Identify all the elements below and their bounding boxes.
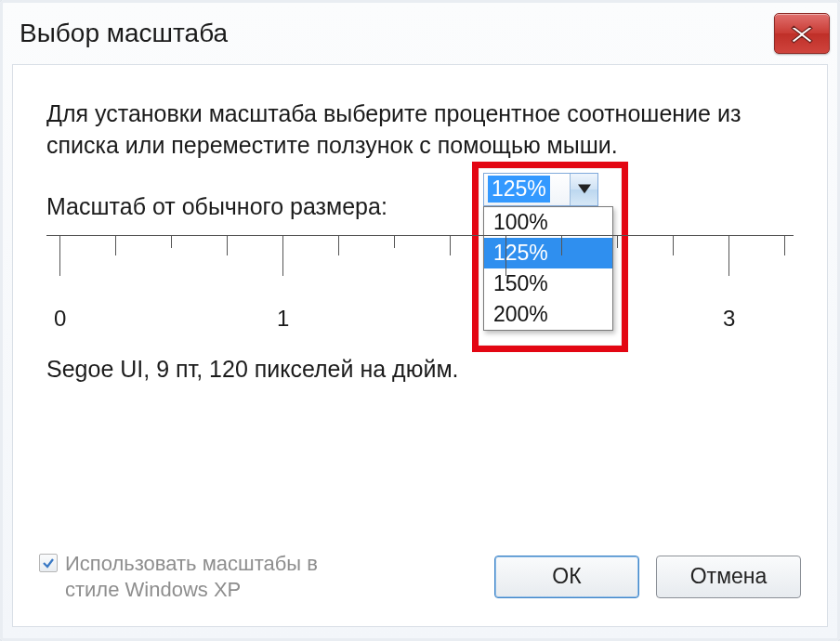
ruler-tick-minor <box>115 235 116 255</box>
cancel-button[interactable]: Отмена <box>656 556 801 598</box>
chevron-down-icon <box>578 184 591 195</box>
ruler-tick-minor <box>784 235 785 255</box>
ok-button[interactable]: ОК <box>494 556 639 598</box>
ruler-tick-minor <box>673 235 674 255</box>
ruler-tick-minor <box>338 235 339 255</box>
dialog-window: Выбор масштаба Для установки масштаба вы… <box>0 0 840 641</box>
ruler-baseline <box>46 235 794 236</box>
ruler-tick-minor <box>561 235 562 255</box>
close-icon <box>789 23 815 44</box>
combo-selected-value: 125% <box>488 176 550 203</box>
ruler-label-3: 3 <box>723 306 735 332</box>
window-title: Выбор масштаба <box>20 19 774 48</box>
instruction-text: Для установки масштаба выберите процентн… <box>46 98 794 162</box>
ruler-tick-minor <box>617 235 618 248</box>
scale-combobox[interactable]: 125% <box>483 173 598 206</box>
ruler-tick <box>59 235 60 276</box>
ruler-tick <box>728 235 729 276</box>
ruler-tick-minor <box>171 235 172 248</box>
scale-ruler[interactable]: 0 1 3 <box>46 226 794 347</box>
titlebar: Выбор масштаба <box>3 3 837 64</box>
combo-dropdown-button[interactable] <box>570 174 597 205</box>
ruler-tick <box>282 235 283 276</box>
scale-label: Масштаб от обычного размера: <box>46 193 387 220</box>
dpi-readout: Segoe UI, 9 пт, 120 пикселей на дюйм. <box>46 356 794 383</box>
ruler-tick-minor <box>227 235 228 255</box>
ruler-label-0: 0 <box>54 306 66 332</box>
ruler-tick-minor <box>394 235 395 248</box>
xp-scale-option[interactable]: Использовать масштабы в стиле Windows XP <box>39 551 374 602</box>
close-button[interactable] <box>774 13 830 54</box>
ruler-label-1: 1 <box>277 306 289 332</box>
checkmark-icon <box>42 556 55 569</box>
ruler-tick <box>505 235 506 276</box>
xp-scale-checkbox[interactable] <box>39 554 58 572</box>
scale-row: Масштаб от обычного размера: 125% 100% 1… <box>46 193 794 220</box>
ruler-tick-minor <box>450 235 451 255</box>
button-bar: Использовать масштабы в стиле Windows XP… <box>39 551 801 602</box>
content-panel: Для установки масштаба выберите процентн… <box>12 64 828 627</box>
scale-combo-area: 125% 100% 125% 150% 200% <box>483 173 598 206</box>
xp-scale-label: Использовать масштабы в стиле Windows XP <box>65 551 374 602</box>
